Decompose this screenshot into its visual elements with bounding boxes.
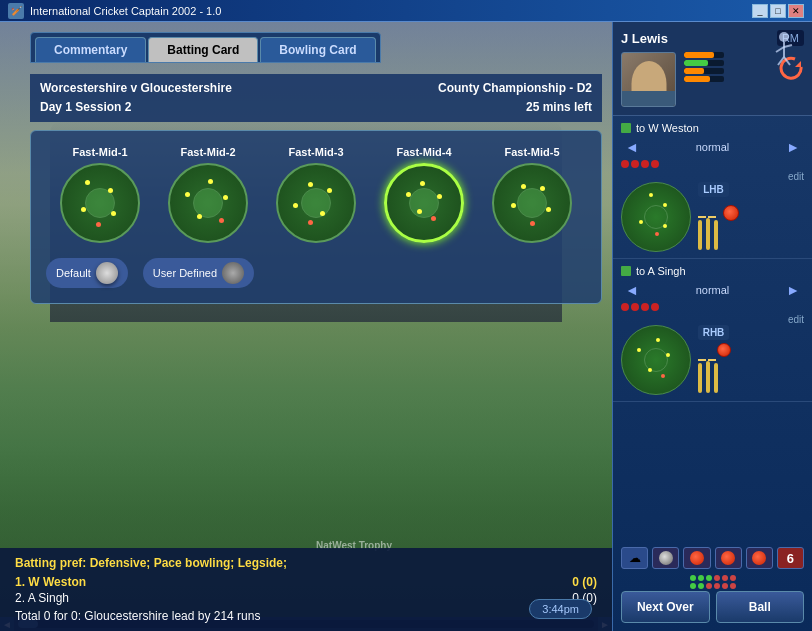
time-badge: 3:44pm [529,599,592,619]
tab-bowling-card[interactable]: Bowling Card [260,37,375,62]
field-circle-4[interactable] [384,163,464,243]
weather-btn-cloud[interactable]: ☁ [621,547,648,569]
default-toggle-btn[interactable] [96,262,118,284]
competition-display: County Championship - D2 [438,79,592,98]
wicket-img-2 [696,343,731,393]
field-item-2: Fast-Mid-2 [168,146,248,243]
handedness-1: LHB [698,182,729,197]
setting-arrow-right-2[interactable]: ► [782,282,804,298]
minimize-button[interactable]: _ [752,4,768,18]
bowler-name: J Lewis [621,31,668,46]
field-circle-1[interactable] [60,163,140,243]
weather-row: ☁ 6 [621,547,804,569]
indicator-row-2 [621,583,804,589]
app-icon: 🏏 [8,3,24,19]
green-indicator-2 [621,266,631,276]
batsman-section-name-1: to W Weston [636,122,699,134]
field-label-4: Fast-Mid-4 [397,146,452,158]
app-title: International Cricket Captain 2002 - 1.0 [30,5,221,17]
field-item-5: Fast-Mid-5 [492,146,572,243]
next-over-button[interactable]: Next Over [621,591,710,623]
teams-display: Worcestershire v Gloucestershire [40,79,232,98]
wicket-img-1 [696,200,731,250]
green-indicator-1 [621,123,631,133]
session-display: Day 1 Session 2 [40,98,232,117]
stat-bar-row-4 [684,76,724,82]
match-info: Worcestershire v Gloucestershire Day 1 S… [30,74,602,122]
setting-arrow-right-1[interactable]: ► [782,139,804,155]
fields-panel: Fast-Mid-1 Fast-Mid-2 [30,130,602,304]
setting-label-2: normal [696,284,730,296]
red-dots-2 [621,303,804,311]
close-button[interactable]: ✕ [788,4,804,18]
ball-button[interactable]: Ball [716,591,805,623]
field-item-4: Fast-Mid-4 [384,146,464,243]
field-label-3: Fast-Mid-3 [289,146,344,158]
batsman-row-1: 1. W Weston 0 (0) [15,574,597,590]
fields-row: Fast-Mid-1 Fast-Mid-2 [46,146,586,243]
stat-bar-row-3 [684,68,724,74]
svg-line-4 [778,57,784,65]
user-defined-toggle-btn[interactable] [222,262,244,284]
field-item-3: Fast-Mid-3 [276,146,356,243]
small-field-1[interactable] [621,182,691,252]
weather-btn-special[interactable]: 6 [777,547,804,569]
field-label-1: Fast-Mid-1 [73,146,128,158]
handedness-2: RHB [698,325,730,340]
field-circle-2[interactable] [168,163,248,243]
weather-btn-ball3[interactable] [715,547,742,569]
svg-line-5 [784,57,790,65]
window-controls[interactable]: _ □ ✕ [752,4,804,18]
tabs-container: Commentary Batting Card Bowling Card [30,32,381,63]
batsman-row-2: 2. A Singh 0 (0) [15,590,597,606]
red-dots-1 [621,160,804,168]
wicket-area-1: LHB [696,182,731,250]
bottom-buttons: ☁ 6 [613,539,812,631]
bowler-stats [684,52,724,82]
default-toggle[interactable]: Default [46,258,128,288]
weather-btn-ball1[interactable] [652,547,679,569]
small-field-2[interactable] [621,325,691,395]
default-label: Default [56,267,91,279]
batsman-section-2: to A Singh ◄ normal ► edit [613,259,812,402]
batsman-1-number: 1. W Weston [15,575,86,589]
setting-label-1: normal [696,141,730,153]
weather-btn-ball4[interactable] [746,547,773,569]
stat-bar-row-1 [684,52,724,58]
field-item-1: Fast-Mid-1 [60,146,140,243]
setting-arrow-left-1[interactable]: ◄ [621,139,643,155]
batsman-section-1: to W Weston ◄ normal ► edit [613,116,812,259]
field-circle-5[interactable] [492,163,572,243]
tab-batting-card[interactable]: Batting Card [148,37,258,62]
field-label-2: Fast-Mid-2 [181,146,236,158]
edit-label-2[interactable]: edit [621,314,804,325]
tabs-area: Commentary Batting Card Bowling Card [30,32,602,63]
batting-pref: Batting pref: Defensive; Pace bowling; L… [15,556,597,570]
right-panel: J Lewis RM [612,22,812,631]
stat-bar-row-2 [684,60,724,66]
indicator-row-1 [621,575,804,581]
title-bar: 🏏 International Cricket Captain 2002 - 1… [0,0,812,22]
tab-commentary[interactable]: Commentary [35,37,146,62]
main-area: Commentary Batting Card Bowling Card Wor… [0,22,812,631]
svg-line-2 [776,47,784,52]
field-label-5: Fast-Mid-5 [505,146,560,158]
setting-arrow-left-2[interactable]: ◄ [621,282,643,298]
weather-btn-ball2[interactable] [683,547,710,569]
action-buttons: Next Over Ball [621,591,804,623]
batsman-1-score: 0 (0) [572,575,597,589]
player-icon [764,27,804,70]
edit-label-1[interactable]: edit [621,171,804,182]
time-left-display: 25 mins left [438,98,592,117]
user-defined-label: User Defined [153,267,217,279]
wicket-area-2: RHB [696,325,731,393]
maximize-button[interactable]: □ [770,4,786,18]
batsman-section-name-2: to A Singh [636,265,686,277]
svg-line-3 [784,45,792,47]
bottom-info: Batting pref: Defensive; Pace bowling; L… [0,548,612,631]
svg-point-0 [779,32,789,42]
bowler-photo [621,52,676,107]
left-panel: Commentary Batting Card Bowling Card Wor… [0,22,612,631]
field-circle-3[interactable] [276,163,356,243]
user-defined-toggle[interactable]: User Defined [143,258,254,288]
